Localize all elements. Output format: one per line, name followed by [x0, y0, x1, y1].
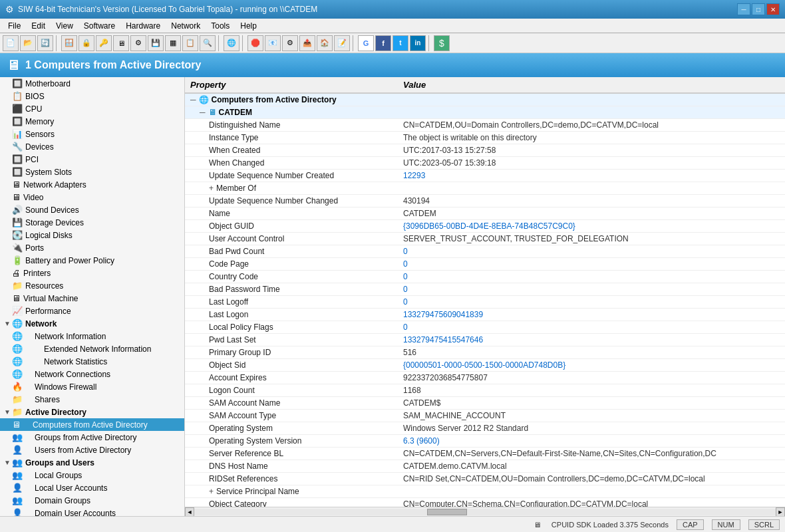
sidebar-item-shares[interactable]: 📁 Shares	[0, 393, 184, 406]
toolbar-monitor[interactable]: 🖥	[113, 35, 129, 51]
prop-label: SAM Account Name	[185, 397, 398, 410]
sidebar-label-extnetinfo: Extended Network Information	[25, 344, 151, 354]
netinfo-icon: 🌐	[12, 331, 23, 341]
toolbar-doc[interactable]: 📋	[182, 35, 198, 51]
sidebar-item-users-ad[interactable]: 👤 Users from Active Directory	[0, 444, 184, 456]
sidebar-item-performance[interactable]: 📈 Performance	[0, 305, 184, 317]
sidebar-item-groups-ad[interactable]: 👥 Groups from Active Directory	[0, 431, 184, 444]
sidebar-item-netconn[interactable]: 🌐 Network Connections	[0, 368, 184, 380]
sidebar-item-groupsusers-group[interactable]: ▼ 👥 Groups and Users	[0, 456, 184, 469]
sidebar-item-pci[interactable]: 🔲 PCI	[0, 153, 184, 166]
sidebar-item-netadapters[interactable]: 🖥 Network Adapters	[0, 178, 184, 191]
sidebar-item-firewall[interactable]: 🔥 Windows Firewall	[0, 380, 184, 393]
toolbar-twitter[interactable]: t	[392, 35, 408, 51]
sidebar-item-battery[interactable]: 🔋 Battery and Power Policy	[0, 254, 184, 267]
motherboard-icon: 🔲	[12, 78, 23, 88]
prop-value: CN=RID Set,CN=CATDEM,OU=Domain Controlle…	[398, 473, 785, 485]
sidebar-item-activedir-group[interactable]: ▼ 📁 Active Directory	[0, 406, 184, 418]
toolbar-key[interactable]: 🔑	[96, 35, 112, 51]
toolbar-hdd[interactable]: 💾	[148, 35, 164, 51]
menu-view[interactable]: View	[51, 20, 78, 32]
prop-label: When Changed	[185, 157, 398, 170]
prop-value: CATDEM	[398, 207, 785, 220]
sidebar-item-domainusers[interactable]: 👤 Domain User Accounts	[0, 507, 184, 516]
sidebar-item-netinfo[interactable]: 🌐 Network Information	[0, 330, 184, 342]
toolbar-network[interactable]: 🌐	[224, 35, 239, 51]
sidebar-item-sound[interactable]: 🔊 Sound Devices	[0, 203, 184, 216]
toolbar-note[interactable]: 📝	[334, 35, 350, 51]
hscroll-thumb[interactable]	[427, 509, 467, 515]
toolbar-red[interactable]: 🛑	[247, 35, 263, 51]
sidebar-item-computers-ad[interactable]: 🖥 Computers from Active Directory	[0, 418, 184, 431]
menu-network[interactable]: Network	[166, 20, 206, 32]
groups-ad-icon: 👥	[12, 432, 23, 442]
netstats-icon: 🌐	[12, 356, 23, 366]
toolbar-lock[interactable]: 🔒	[78, 35, 94, 51]
horizontal-scrollbar[interactable]: ◄ ►	[185, 507, 785, 516]
prop-value	[398, 485, 785, 498]
toolbar-facebook[interactable]: f	[375, 35, 391, 51]
firewall-icon: 🔥	[12, 382, 23, 392]
toolbar-google[interactable]: G	[358, 35, 374, 51]
menu-edit[interactable]: Edit	[26, 20, 51, 32]
sidebar-item-cpu[interactable]: ⬛ CPU	[0, 102, 184, 115]
hscroll-left-btn[interactable]: ◄	[185, 507, 194, 517]
prop-value: 0	[398, 283, 785, 296]
menu-hardware[interactable]: Hardware	[120, 20, 166, 32]
toolbar-email[interactable]: 📧	[265, 35, 281, 51]
hscroll-track[interactable]	[194, 509, 776, 515]
sidebar-item-localusers[interactable]: 👤 Local User Accounts	[0, 481, 184, 494]
toolbar-gear2[interactable]: ⚙	[282, 35, 298, 51]
sidebar-item-vm[interactable]: 🖥 Virtual Machine	[0, 292, 184, 305]
toolbar-linkedin[interactable]: in	[410, 35, 426, 51]
toolbar-dollar[interactable]: $	[434, 35, 450, 51]
toolbar-sep2	[218, 35, 221, 51]
sidebar-item-extnetinfo[interactable]: 🌐 Extended Network Information	[0, 342, 184, 355]
sidebar-item-domaingroups[interactable]: 👥 Domain Groups	[0, 494, 184, 507]
table-row: Logon Count1168	[185, 384, 785, 397]
toolbar-export[interactable]: 📤	[299, 35, 315, 51]
toolbar-refresh[interactable]: 🔄	[37, 35, 53, 51]
sidebar-item-ports[interactable]: 🔌 Ports	[0, 241, 184, 254]
sidebar-item-video[interactable]: 🖥 Video	[0, 191, 184, 203]
maximize-button[interactable]: □	[752, 3, 765, 15]
toolbar-home[interactable]: 🏠	[317, 35, 333, 51]
menubar: File Edit View Software Hardware Network…	[0, 19, 785, 33]
menu-help[interactable]: Help	[235, 20, 262, 32]
content-scroll[interactable]: Property Value ─🌐Computers from Active D…	[185, 77, 785, 507]
toolbar-open[interactable]: 📂	[20, 35, 36, 51]
table-row: Bad Pwd Count0	[185, 245, 785, 258]
sidebar-item-netstats[interactable]: 🌐 Network Statistics	[0, 355, 184, 368]
toolbar-sep1	[56, 35, 59, 51]
minimize-button[interactable]: ─	[737, 3, 750, 15]
sound-icon: 🔊	[12, 205, 23, 215]
menu-software[interactable]: Software	[78, 20, 120, 32]
sidebar-item-devices[interactable]: 🔧 Devices	[0, 140, 184, 153]
sidebar-label-sensors: Sensors	[25, 130, 55, 139]
sidebar-item-sensors[interactable]: 📊 Sensors	[0, 128, 184, 140]
menu-tools[interactable]: Tools	[206, 20, 235, 32]
prop-label: Bad Password Time	[185, 283, 398, 296]
sidebar-label-firewall: Windows Firewall	[25, 382, 96, 392]
sidebar-item-memory[interactable]: 🔲 Memory	[0, 115, 184, 128]
sidebar-item-storage[interactable]: 💾 Storage Devices	[0, 216, 184, 229]
toolbar-settings[interactable]: ⚙	[130, 35, 146, 51]
video-icon: 🖥	[12, 192, 21, 202]
sidebar-item-logicaldisks[interactable]: 💽 Logical Disks	[0, 229, 184, 241]
toolbar-new[interactable]: 📄	[3, 35, 19, 51]
sidebar-item-network-group[interactable]: ▼ 🌐 Network	[0, 317, 184, 330]
toolbar-search[interactable]: 🔍	[200, 35, 216, 51]
toolbar-windows[interactable]: 🪟	[61, 35, 77, 51]
sidebar-item-printers[interactable]: 🖨 Printers	[0, 267, 184, 279]
prop-label: Code Page	[185, 258, 398, 271]
menu-file[interactable]: File	[3, 20, 26, 32]
sidebar-label-groupsusers-group: Groups and Users	[25, 458, 94, 467]
sidebar-item-motherboard[interactable]: 🔲 Motherboard	[0, 77, 184, 90]
toolbar-grid[interactable]: ▦	[165, 35, 181, 51]
sidebar-item-sysslots[interactable]: 🔲 System Slots	[0, 166, 184, 178]
toolbar-sep5	[428, 35, 431, 51]
sidebar-item-localgroups[interactable]: 👥 Local Groups	[0, 469, 184, 481]
sidebar-item-bios[interactable]: 📋 BIOS	[0, 90, 184, 102]
sidebar-item-resources[interactable]: 📁 Resources	[0, 279, 184, 292]
table-row: Local Policy Flags0	[185, 321, 785, 334]
